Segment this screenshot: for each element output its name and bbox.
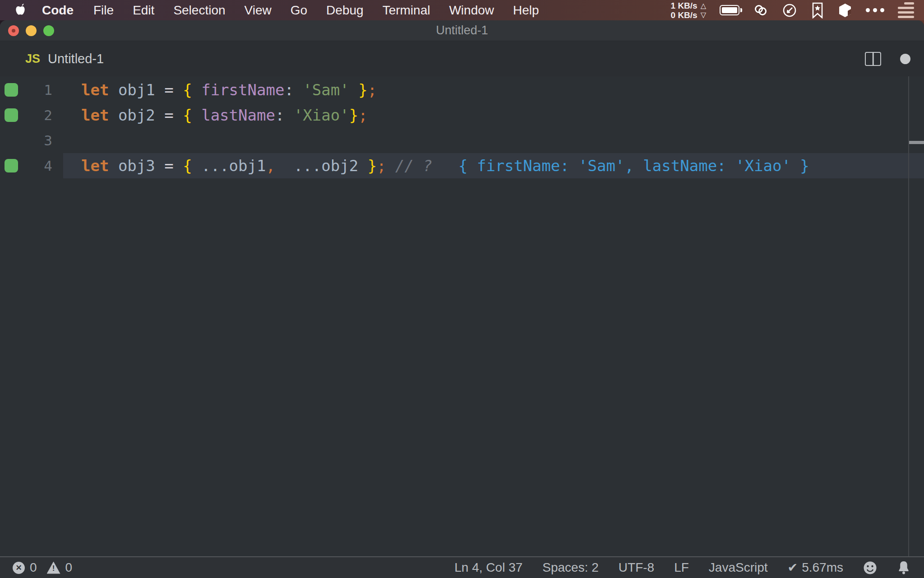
feedback-smiley-icon[interactable] (863, 561, 877, 575)
menu-item-file[interactable]: File (84, 3, 123, 18)
code-token: = (164, 157, 183, 175)
menu-item-debug[interactable]: Debug (317, 3, 373, 18)
quokka-inline-value: { firstName: 'Sam', lastName: 'Xiao' } (458, 157, 809, 175)
eol-setting[interactable]: LF (674, 560, 689, 575)
code-editor[interactable]: 1let obj1 = { firstName: 'Sam' };2let ob… (0, 76, 924, 556)
encoding-setting[interactable]: UTF-8 (619, 560, 654, 575)
overview-ruler-cursor-mark (909, 141, 924, 144)
menu-item-selection[interactable]: Selection (164, 3, 235, 18)
code-line[interactable]: 1let obj1 = { firstName: 'Sam' }; (0, 77, 924, 103)
tab-label: Untitled-1 (48, 51, 104, 66)
upload-arrow-icon: △ (701, 1, 706, 10)
code-token: ; (368, 81, 377, 99)
code-lines-container: 1let obj1 = { firstName: 'Sam' };2let ob… (0, 77, 924, 178)
vscode-window: Untitled-1 JS Untitled-1 1let obj1 = { f… (0, 20, 924, 578)
code-token: { (183, 157, 201, 175)
javascript-file-icon: JS (25, 52, 40, 66)
coverage-marker-icon (5, 83, 18, 97)
code-line[interactable]: 2let obj2 = { lastName: 'Xiao'}; (0, 103, 924, 128)
language-mode[interactable]: JavaScript (709, 560, 768, 575)
gutter (0, 108, 22, 122)
code-token: = (164, 81, 183, 99)
code-token: } (349, 106, 358, 124)
code-token: } (368, 157, 377, 175)
apple-icon (14, 4, 26, 17)
network-down-speed: 0 KB/s (671, 10, 698, 20)
code-token: ; (377, 157, 395, 175)
code-line[interactable]: 3 (0, 128, 924, 153)
code-line[interactable]: 4let obj3 = { ...obj1, ...obj2 }; // ?{ … (0, 153, 924, 178)
code-token: let (81, 81, 118, 99)
editor-tab-bar: JS Untitled-1 (0, 41, 924, 76)
code-token: 'Sam' (303, 81, 349, 99)
unsaved-indicator-dot[interactable] (900, 54, 910, 64)
code-token: : (284, 81, 303, 99)
menu-bar-status-items: 1 KB/s 0 KB/s △ ▽ (671, 1, 924, 20)
download-arrow-icon: ▽ (701, 10, 706, 19)
code-token: let (81, 106, 118, 124)
code-token: { (183, 81, 201, 99)
code-token: obj3 (118, 157, 164, 175)
line-number: 3 (22, 132, 52, 149)
menu-item-terminal[interactable]: Terminal (373, 3, 440, 18)
code-token: , (266, 157, 284, 175)
code-token: { (183, 106, 201, 124)
code-line-text: let obj3 = { ...obj1, ...obj2 }; // ?{ f… (52, 157, 809, 175)
code-token: ...obj1 (201, 157, 266, 175)
bookmark-star-icon[interactable] (811, 2, 824, 19)
code-token: let (81, 157, 118, 175)
gutter (0, 83, 22, 97)
editor-actions (865, 52, 924, 66)
code-token: lastName (201, 106, 275, 124)
quokka-run-time: 5.67ms (802, 560, 843, 575)
quokka-status[interactable]: ✔ 5.67ms (788, 560, 843, 575)
menu-item-view[interactable]: View (235, 3, 281, 18)
indentation-setting[interactable]: Spaces: 2 (542, 560, 599, 575)
window-title-bar[interactable]: Untitled-1 (0, 20, 924, 41)
error-icon: ✕ (13, 562, 25, 574)
network-speed-indicator[interactable]: 1 KB/s 0 KB/s △ ▽ (671, 1, 706, 20)
tab-untitled-1[interactable]: JS Untitled-1 (0, 41, 104, 76)
error-count: 0 (30, 560, 37, 575)
code-token: ...obj2 (284, 157, 367, 175)
code-token: = (164, 106, 183, 124)
line-number: 4 (22, 158, 52, 174)
line-number: 1 (22, 82, 52, 98)
status-bar: ✕ 0 ! 0 Ln 4, Col 37 Spaces: 2 UTF-8 LF … (0, 556, 924, 578)
menu-item-edit[interactable]: Edit (123, 3, 164, 18)
code-token: 'Xiao' (294, 106, 349, 124)
code-token: ; (358, 106, 367, 124)
more-dots-icon[interactable] (866, 8, 884, 12)
apple-menu[interactable] (0, 4, 32, 17)
notifications-bell-icon[interactable] (897, 560, 910, 575)
warning-count: 0 (65, 560, 73, 575)
overview-ruler-border (908, 76, 909, 556)
task-list-icon[interactable] (898, 2, 914, 18)
warning-icon: ! (47, 562, 60, 574)
cursor-position[interactable]: Ln 4, Col 37 (454, 560, 522, 575)
window-title: Untitled-1 (0, 23, 924, 37)
coverage-marker-icon (5, 159, 18, 172)
check-icon: ✔ (788, 560, 798, 575)
code-token: : (275, 106, 294, 124)
network-up-speed: 1 KB/s (671, 1, 698, 10)
menu-item-go[interactable]: Go (281, 3, 317, 18)
code-line-text: let obj1 = { firstName: 'Sam' }; (52, 81, 377, 99)
menu-item-window[interactable]: Window (439, 3, 504, 18)
battery-icon[interactable] (720, 5, 739, 15)
timer-dial-icon[interactable] (782, 3, 797, 18)
linked-rings-icon[interactable] (753, 3, 768, 18)
menu-bar: Code File Edit Selection View Go Debug T… (0, 0, 924, 20)
code-line-text: let obj2 = { lastName: 'Xiao'}; (52, 106, 368, 124)
cube-icon[interactable] (838, 3, 852, 18)
code-token: // ? (395, 157, 432, 175)
problems-indicator[interactable]: ✕ 0 ! 0 (13, 560, 72, 575)
coverage-marker-icon (5, 108, 18, 122)
code-token: obj2 (118, 106, 164, 124)
menu-item-code[interactable]: Code (32, 3, 84, 18)
code-token: obj1 (118, 81, 164, 99)
gutter (0, 159, 22, 172)
split-editor-icon[interactable] (865, 52, 881, 66)
code-token: firstName (201, 81, 284, 99)
menu-item-help[interactable]: Help (504, 3, 549, 18)
